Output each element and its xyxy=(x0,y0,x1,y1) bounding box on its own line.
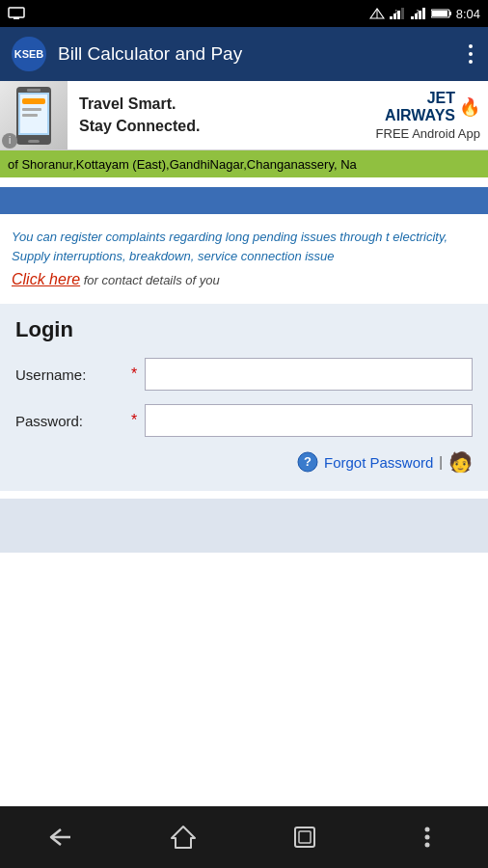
username-label: Username: xyxy=(15,366,131,383)
ticker-bar: of Shoranur,Kottayam (East),GandhiNagar,… xyxy=(0,150,488,177)
svg-rect-20 xyxy=(28,140,40,143)
ad-banner: i Travel Smart. Stay Connected. JET AIRW… xyxy=(0,81,488,150)
nav-more-button[interactable] xyxy=(398,818,456,856)
svg-point-32 xyxy=(424,835,429,840)
username-input[interactable] xyxy=(145,358,473,391)
status-left-icons xyxy=(8,7,25,20)
ad-brand: JET AIRWAYS 🔥 FREE Android App xyxy=(353,82,488,149)
svg-point-33 xyxy=(424,843,429,848)
home-icon xyxy=(170,825,197,850)
blue-separator xyxy=(0,187,488,214)
logo-text: KSEB xyxy=(14,48,44,60)
ad-phone-image: i xyxy=(0,81,68,150)
battery-icon xyxy=(431,8,452,19)
bottom-nav xyxy=(0,806,488,868)
password-label: Password: xyxy=(15,413,131,429)
register-icon[interactable]: 🧑 xyxy=(448,450,473,474)
svg-rect-4 xyxy=(390,16,393,19)
login-title: Login xyxy=(15,317,473,342)
recents-icon xyxy=(292,825,317,850)
status-right-icons: 1 2 8:04 xyxy=(369,7,480,21)
contact-paragraph: Click here for contact details of you xyxy=(12,271,476,288)
app-title: Bill Calculator and Pay xyxy=(58,43,465,65)
back-button[interactable] xyxy=(32,818,90,856)
ad-info-icon: i xyxy=(2,133,17,149)
signal2-icon: 2 xyxy=(410,7,427,20)
ad-line1: Travel Smart. xyxy=(79,94,341,115)
svg-rect-12 xyxy=(422,8,425,19)
jet-flame-icon: 🔥 xyxy=(459,96,480,118)
time-display: 8:04 xyxy=(456,7,480,21)
ad-line2: Stay Connected. xyxy=(79,116,341,137)
phone-svg xyxy=(13,87,55,145)
home-button[interactable] xyxy=(154,818,212,856)
forgot-password-link[interactable]: Forgot Password xyxy=(324,454,433,471)
nav-more-icon xyxy=(423,826,431,849)
svg-text:2: 2 xyxy=(416,9,419,14)
info-text: You can register complaints regarding lo… xyxy=(12,228,476,265)
login-section: Login Username: * Password: * ? Forgot P… xyxy=(0,304,488,491)
svg-rect-9 xyxy=(411,16,414,19)
password-row: Password: * xyxy=(15,404,473,437)
svg-rect-23 xyxy=(22,108,41,111)
svg-point-31 xyxy=(424,827,429,832)
svg-rect-30 xyxy=(299,831,311,843)
svg-marker-28 xyxy=(172,827,195,848)
recents-button[interactable] xyxy=(276,818,334,856)
svg-rect-19 xyxy=(27,89,41,92)
app-header: KSEB Bill Calculator and Pay xyxy=(0,27,488,81)
svg-rect-1 xyxy=(14,17,19,19)
svg-text:1: 1 xyxy=(394,9,397,14)
forgot-info-icon: ? xyxy=(297,451,318,473)
button-area xyxy=(0,499,488,553)
ad-free-text: FREE Android App xyxy=(361,126,480,141)
forgot-password-row: ? Forgot Password | 🧑 xyxy=(15,450,473,474)
contact-text: for contact details of you xyxy=(80,273,220,287)
app-logo: KSEB xyxy=(12,37,46,71)
svg-rect-7 xyxy=(401,8,404,19)
info-paragraph: You can register complaints regarding lo… xyxy=(12,230,447,263)
svg-rect-6 xyxy=(397,11,400,19)
svg-text:?: ? xyxy=(304,454,312,469)
status-bar: 1 2 8:04 xyxy=(0,0,488,27)
back-icon xyxy=(47,826,74,849)
ticker-text: of Shoranur,Kottayam (East),GandhiNagar,… xyxy=(0,157,357,172)
signal1-icon: 1 xyxy=(389,7,406,20)
overflow-menu-button[interactable] xyxy=(465,41,476,68)
info-section: You can register complaints regarding lo… xyxy=(0,214,488,296)
password-input[interactable] xyxy=(145,404,473,437)
separator-pipe: | xyxy=(439,454,443,470)
svg-rect-29 xyxy=(295,827,314,847)
username-row: Username: * xyxy=(15,358,473,391)
svg-rect-0 xyxy=(9,8,24,17)
username-required-star: * xyxy=(131,366,137,383)
screen-icon xyxy=(8,7,25,20)
svg-rect-24 xyxy=(22,114,38,117)
jet-airways-label: JET AIRWAYS xyxy=(361,90,455,124)
wifi-icon xyxy=(369,7,385,20)
svg-rect-16 xyxy=(432,11,447,16)
main-content: You can register complaints regarding lo… xyxy=(0,177,488,806)
ad-text: Travel Smart. Stay Connected. xyxy=(68,86,353,145)
svg-rect-11 xyxy=(419,11,421,19)
svg-rect-15 xyxy=(449,12,451,15)
svg-rect-22 xyxy=(22,98,45,104)
click-here-link[interactable]: Click here xyxy=(12,271,80,287)
password-required-star: * xyxy=(131,412,137,429)
